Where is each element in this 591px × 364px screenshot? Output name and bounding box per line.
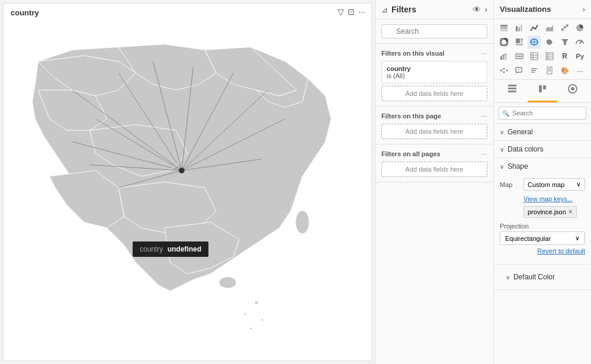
- filters-search-input[interactable]: [381, 24, 487, 38]
- viz-icon-clustered-bar[interactable]: [513, 21, 526, 34]
- filters-page-header: Filters on this page ···: [381, 111, 487, 120]
- svg-rect-22: [500, 30, 508, 31]
- svg-rect-25: [521, 25, 522, 31]
- viz-icon-gauge[interactable]: [573, 36, 586, 49]
- format-default-color-header[interactable]: ∨ Default Color: [500, 269, 561, 285]
- viz-expand-btn[interactable]: ›: [583, 5, 585, 14]
- svg-rect-33: [521, 38, 523, 41]
- viz-icon-smart-narrative[interactable]: [528, 64, 541, 77]
- tooltip-label: country: [140, 245, 163, 253]
- svg-rect-24: [518, 27, 520, 31]
- format-data-colors-header[interactable]: ∨ Data colors: [494, 141, 591, 157]
- viz-search-input[interactable]: [499, 107, 586, 120]
- svg-point-1: [296, 211, 309, 234]
- svg-rect-23: [516, 26, 518, 31]
- format-shape-section: ∨ Shape Map Custom map ∨ View map keys..…: [494, 158, 591, 265]
- filters-page-section: Filters on this page ··· Add data fields…: [375, 107, 493, 144]
- viz-icon-map[interactable]: [528, 36, 541, 49]
- viz-icon-donut[interactable]: [497, 36, 510, 49]
- view-map-keys-link[interactable]: View map keys...: [523, 195, 585, 202]
- filters-search-area: 🔍: [375, 20, 493, 44]
- filter-country-card[interactable]: country is (All): [381, 61, 487, 83]
- format-shape-label: Shape: [508, 162, 528, 170]
- filter-funnel-icon: ⊿: [381, 5, 388, 14]
- province-json-tag: province.json ×: [523, 206, 577, 218]
- add-data-visual-btn[interactable]: Add data fields here: [381, 86, 487, 101]
- viz-icon-matrix[interactable]: [543, 50, 556, 63]
- map-type-row: Map Custom map ∨: [500, 178, 585, 191]
- viz-header: Visualizations ›: [494, 0, 591, 19]
- filters-visual-more[interactable]: ···: [481, 49, 487, 57]
- viz-icon-treemap[interactable]: [513, 36, 526, 49]
- tab-fields[interactable]: [497, 80, 528, 102]
- svg-point-19: [179, 167, 185, 173]
- map-title: country: [11, 8, 39, 17]
- map-controls: ▽ ⊡ ···: [338, 7, 365, 17]
- svg-marker-39: [561, 39, 568, 45]
- svg-rect-35: [516, 44, 523, 46]
- map-type-value: Custom map: [528, 181, 564, 188]
- svg-point-27: [561, 28, 564, 31]
- revert-to-default-link[interactable]: Revert to default: [500, 247, 585, 255]
- svg-rect-21: [500, 27, 508, 29]
- map-type-dropdown[interactable]: Custom map ∨: [523, 178, 585, 191]
- visualizations-panel: Visualizations ›: [493, 0, 591, 364]
- viz-icon-scatter[interactable]: [558, 21, 571, 34]
- filters-page-title: Filters on this page: [381, 112, 441, 120]
- more-icon[interactable]: ···: [358, 7, 365, 17]
- viz-search-icon: 🔍: [502, 110, 509, 117]
- viz-icon-card[interactable]: [513, 50, 526, 63]
- focus-icon[interactable]: ⊡: [348, 7, 355, 17]
- svg-point-56: [503, 68, 505, 70]
- tab-analytics[interactable]: [557, 80, 587, 102]
- format-shape-header[interactable]: ∨ Shape: [494, 158, 591, 175]
- shape-content: Map Custom map ∨ View map keys... provin…: [494, 175, 591, 264]
- svg-point-4: [244, 313, 246, 315]
- tab-format[interactable]: [528, 80, 558, 102]
- viz-icon-line[interactable]: [528, 21, 541, 34]
- viz-icon-stacked-bar[interactable]: [497, 21, 510, 34]
- chevron-data-colors-icon: ∨: [500, 146, 504, 153]
- viz-icons-grid: R Py ? 🎨 ···: [494, 19, 591, 80]
- filter-field-value: is (All): [387, 72, 482, 79]
- filters-all-section: Filters on all pages ··· Add data fields…: [375, 144, 493, 182]
- viz-icon-custom[interactable]: 🎨: [558, 64, 571, 77]
- svg-rect-46: [531, 53, 538, 60]
- viz-icon-r-visual[interactable]: R: [558, 50, 571, 63]
- viz-icon-pie[interactable]: [573, 21, 586, 34]
- add-data-page-btn[interactable]: Add data fields here: [381, 124, 487, 139]
- remove-file-btn[interactable]: ×: [568, 208, 573, 216]
- viz-icon-filled-map[interactable]: [543, 36, 556, 49]
- chevron-shape-icon: ∨: [500, 163, 504, 170]
- filters-expand-icon[interactable]: ›: [484, 5, 487, 14]
- filters-page-more[interactable]: ···: [481, 111, 487, 120]
- viz-icon-decomp-tree[interactable]: [497, 64, 510, 77]
- svg-rect-42: [503, 55, 505, 60]
- add-data-all-btn[interactable]: Add data fields here: [381, 162, 487, 177]
- viz-icon-python[interactable]: Py: [573, 50, 586, 63]
- filter-icon[interactable]: ▽: [338, 7, 344, 17]
- map-panel: country ▽ ⊡ ···: [3, 3, 372, 361]
- svg-line-40: [580, 41, 582, 44]
- filters-all-more[interactable]: ···: [481, 149, 487, 158]
- svg-text:?: ?: [518, 68, 520, 72]
- viz-icon-kpi[interactable]: [497, 50, 510, 63]
- svg-point-3: [255, 301, 258, 304]
- viz-icon-area[interactable]: [543, 21, 556, 34]
- projection-dropdown[interactable]: Equirectangular ∨: [500, 231, 585, 245]
- format-data-colors-section: ∨ Data colors: [494, 141, 591, 158]
- viz-icon-funnel[interactable]: [558, 36, 571, 49]
- filters-eye-icon[interactable]: 👁: [473, 5, 481, 14]
- svg-rect-67: [547, 67, 552, 74]
- format-general-header[interactable]: ∨ General: [494, 124, 591, 140]
- filters-visual-title: Filters on this visual: [381, 50, 444, 57]
- viz-icon-more[interactable]: ···: [573, 64, 586, 77]
- svg-point-5: [261, 318, 264, 321]
- filters-panel: ⊿ Filters 👁 › 🔍 Filters on this visual ·…: [375, 0, 493, 364]
- viz-icon-paginated[interactable]: [543, 64, 556, 77]
- viz-icon-qna[interactable]: ?: [513, 64, 526, 77]
- viz-icon-table[interactable]: [528, 50, 541, 63]
- svg-rect-72: [508, 88, 516, 89]
- format-general-label: General: [508, 128, 533, 136]
- svg-point-77: [571, 87, 574, 91]
